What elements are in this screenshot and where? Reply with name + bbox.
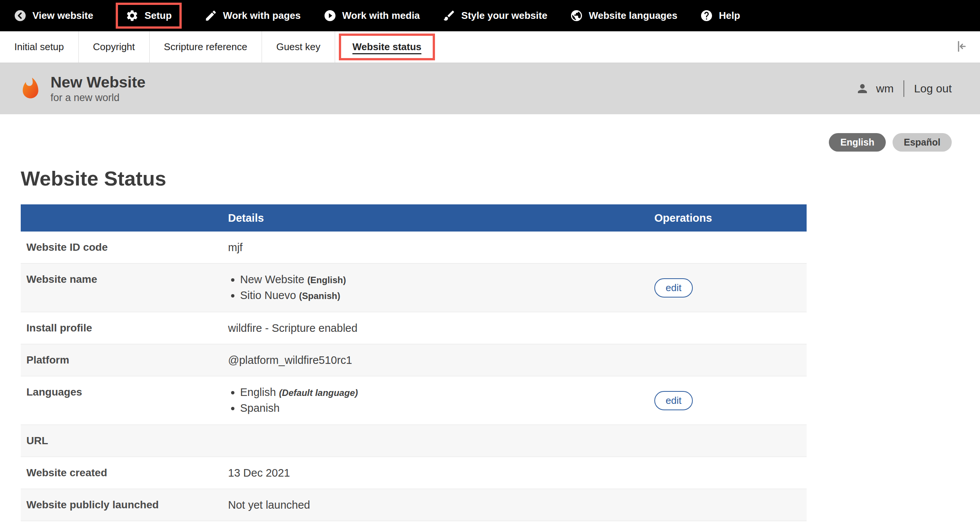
bullet-list: English(Default language) Spanish bbox=[228, 384, 654, 416]
nav-label: Website languages bbox=[589, 10, 677, 21]
tab-guest-key[interactable]: Guest key bbox=[262, 31, 335, 62]
table-row-publicly-launched: Website publicly launched Not yet launch… bbox=[21, 489, 807, 521]
language-pill-espanol[interactable]: Español bbox=[892, 133, 952, 151]
nav-label: View website bbox=[32, 10, 93, 21]
nav-work-with-pages[interactable]: Work with pages bbox=[204, 9, 301, 22]
site-title-block: New Website for a new world bbox=[51, 73, 145, 104]
back-circle-icon bbox=[14, 9, 27, 22]
row-detail: 13 Dec 2021 bbox=[228, 465, 654, 480]
nav-label: Help bbox=[719, 10, 740, 21]
row-detail: English(Default language) Spanish bbox=[228, 384, 654, 416]
nav-label: Work with media bbox=[342, 10, 420, 21]
row-detail: wildfire - Scripture enabled bbox=[228, 320, 654, 336]
row-operations: edit bbox=[654, 278, 807, 298]
pencil-icon bbox=[204, 9, 218, 22]
edit-button[interactable]: edit bbox=[654, 278, 693, 298]
nav-label: Setup bbox=[144, 10, 172, 21]
row-detail: New Website(English) Sitio Nuevo(Spanish… bbox=[228, 272, 654, 303]
nav-help[interactable]: Help bbox=[700, 9, 740, 22]
logout-link[interactable]: Log out bbox=[914, 82, 952, 95]
table-row-website-created: Website created 13 Dec 2021 bbox=[21, 457, 807, 489]
collapse-left-icon[interactable] bbox=[955, 39, 969, 55]
tab-label: Initial setup bbox=[14, 41, 64, 53]
table-row-install-profile: Install profile wildfire - Scripture ena… bbox=[21, 312, 807, 344]
row-detail: Not yet launched bbox=[228, 497, 654, 512]
globe-icon bbox=[570, 9, 583, 22]
row-label: Install profile bbox=[21, 320, 228, 336]
bullet-note: (Default language) bbox=[279, 387, 358, 398]
site-title: New Website bbox=[51, 73, 145, 91]
row-label: Languages bbox=[21, 384, 228, 400]
flame-logo-icon bbox=[19, 72, 42, 105]
nav-label: Work with pages bbox=[223, 10, 301, 21]
row-detail: @platform_wildfire510rc1 bbox=[228, 352, 654, 368]
row-operations: edit bbox=[654, 391, 807, 410]
tab-label: Scripture reference bbox=[164, 41, 247, 53]
bullet-text: New Website bbox=[240, 273, 304, 285]
nav-work-with-media[interactable]: Work with media bbox=[323, 9, 420, 22]
table-row-website-name: Website name New Website(English) Sitio … bbox=[21, 263, 807, 312]
row-label: Platform bbox=[21, 352, 228, 368]
tab-copyright[interactable]: Copyright bbox=[79, 31, 150, 62]
bullet-note: (English) bbox=[307, 275, 346, 285]
table-row-website-id: Website ID code mjf bbox=[21, 231, 807, 263]
header-details: Details bbox=[228, 212, 654, 224]
tab-label: Website status bbox=[352, 41, 422, 53]
bullet-item: Spanish bbox=[240, 400, 654, 416]
row-label: Website name bbox=[21, 272, 228, 287]
table-header-row: Details Operations bbox=[21, 204, 807, 231]
gear-icon bbox=[126, 9, 139, 22]
tab-label: Copyright bbox=[93, 41, 135, 53]
nav-style-your-website[interactable]: Style your website bbox=[442, 9, 547, 22]
username: wm bbox=[876, 82, 894, 95]
row-label: URL bbox=[21, 433, 228, 448]
nav-setup[interactable]: Setup bbox=[116, 3, 181, 29]
bullet-text: English bbox=[240, 386, 276, 398]
user-icon bbox=[856, 82, 869, 96]
row-detail: mjf bbox=[228, 240, 654, 255]
nav-view-website[interactable]: View website bbox=[14, 9, 93, 22]
main-content: English Español Website Status Details O… bbox=[0, 114, 980, 521]
site-subtitle: for a new world bbox=[51, 92, 145, 104]
tab-label: Guest key bbox=[276, 41, 320, 53]
nav-label: Style your website bbox=[461, 10, 547, 21]
row-label: Website ID code bbox=[21, 240, 228, 255]
nav-website-languages[interactable]: Website languages bbox=[570, 9, 677, 22]
brush-icon bbox=[442, 9, 456, 22]
table-row-platform: Platform @platform_wildfire510rc1 bbox=[21, 344, 807, 376]
bullet-item: English(Default language) bbox=[240, 384, 654, 400]
row-label: Website publicly launched bbox=[21, 497, 228, 512]
edit-button[interactable]: edit bbox=[654, 391, 693, 410]
website-status-table: Details Operations Website ID code mjf W… bbox=[21, 204, 807, 521]
tab-initial-setup[interactable]: Initial setup bbox=[0, 31, 79, 62]
bullet-list: New Website(English) Sitio Nuevo(Spanish… bbox=[228, 272, 654, 303]
bullet-note: (Spanish) bbox=[299, 291, 340, 301]
admin-toolbar: View website Setup Work with pages Work … bbox=[0, 0, 980, 31]
language-pill-english[interactable]: English bbox=[829, 133, 885, 151]
play-circle-icon bbox=[323, 9, 337, 22]
header-operations: Operations bbox=[654, 212, 807, 224]
language-switcher: English Español bbox=[0, 114, 980, 151]
page-title: Website Status bbox=[21, 167, 980, 190]
tab-website-status[interactable]: Website status bbox=[339, 33, 435, 61]
bullet-text: Spanish bbox=[240, 402, 280, 414]
row-label: Website created bbox=[21, 465, 228, 480]
bullet-item: Sitio Nuevo(Spanish) bbox=[240, 288, 654, 303]
setup-tab-bar: Initial setup Copyright Scripture refere… bbox=[0, 31, 980, 63]
bullet-item: New Website(English) bbox=[240, 272, 654, 288]
table-row-languages: Languages English(Default language) Span… bbox=[21, 376, 807, 425]
help-circle-icon bbox=[700, 9, 713, 22]
bullet-text: Sitio Nuevo bbox=[240, 289, 296, 301]
site-header: New Website for a new world wm Log out bbox=[0, 63, 980, 114]
tab-scripture-reference[interactable]: Scripture reference bbox=[150, 31, 262, 62]
divider bbox=[904, 80, 904, 97]
table-row-url: URL bbox=[21, 425, 807, 457]
